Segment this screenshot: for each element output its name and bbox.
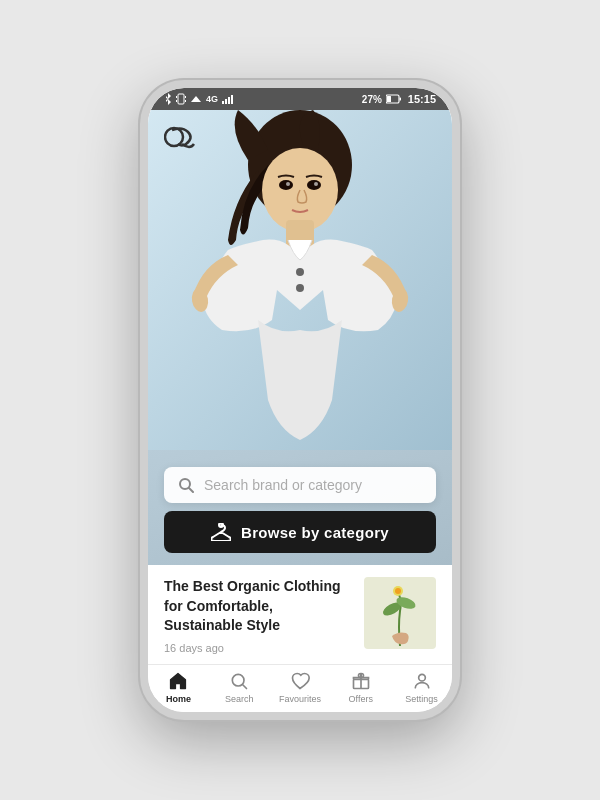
nav-item-offers[interactable]: Offers	[330, 671, 391, 704]
search-bar[interactable]: Search brand or category	[164, 467, 436, 503]
hanger-icon	[211, 523, 231, 541]
svg-rect-6	[222, 101, 224, 104]
svg-rect-9	[231, 95, 233, 104]
svg-point-20	[314, 182, 318, 186]
network-label: 4G	[206, 94, 218, 104]
nav-label-search: Search	[225, 694, 254, 704]
browse-button[interactable]: Browse by category	[164, 511, 436, 553]
news-image	[364, 577, 436, 649]
browse-label: Browse by category	[241, 524, 389, 541]
signal-icon	[190, 94, 202, 104]
svg-rect-0	[178, 94, 184, 104]
nav-label-offers: Offers	[349, 694, 373, 704]
phone-frame: 4G 27% 15:15	[140, 80, 460, 720]
news-text: The Best Organic Clothing for Comfortabl…	[164, 577, 352, 654]
heart-icon	[290, 671, 310, 691]
svg-rect-12	[399, 98, 401, 101]
search-icon	[178, 477, 194, 493]
status-right: 27% 15:15	[362, 93, 436, 105]
news-image-plant	[370, 581, 430, 646]
svg-marker-5	[191, 96, 201, 102]
screen: 4G 27% 15:15	[148, 88, 452, 712]
search-nav-icon	[229, 671, 249, 691]
person-icon	[412, 671, 432, 691]
nav-label-favourites: Favourites	[279, 694, 321, 704]
svg-point-21	[296, 268, 304, 276]
hero-section: Search brand or category Browse by categ…	[148, 110, 452, 565]
app-logo	[164, 122, 200, 158]
news-title: The Best Organic Clothing for Comfortabl…	[164, 577, 352, 636]
home-icon	[168, 671, 188, 691]
svg-rect-11	[387, 96, 391, 102]
bluetooth-icon	[164, 93, 172, 105]
nav-label-home: Home	[166, 694, 191, 704]
nav-item-home[interactable]: Home	[148, 671, 209, 704]
battery-percent: 27%	[362, 94, 382, 105]
svg-rect-1	[176, 96, 177, 98]
nav-item-settings[interactable]: Settings	[391, 671, 452, 704]
svg-point-19	[286, 182, 290, 186]
nav-item-search[interactable]: Search	[209, 671, 270, 704]
bottom-nav: Home Search Favourites	[148, 664, 452, 712]
svg-point-35	[418, 674, 425, 681]
svg-rect-8	[228, 97, 230, 104]
svg-point-32	[395, 588, 401, 594]
nav-item-favourites[interactable]: Favourites	[270, 671, 331, 704]
svg-rect-2	[176, 100, 177, 102]
svg-point-22	[296, 284, 304, 292]
svg-point-25	[165, 128, 183, 146]
search-placeholder: Search brand or category	[204, 477, 422, 493]
battery-icon	[386, 94, 402, 104]
gift-icon	[351, 671, 371, 691]
logo-icon	[164, 122, 200, 152]
time-display: 15:15	[408, 93, 436, 105]
signal-bars-icon	[222, 94, 234, 104]
vibrate-icon	[176, 93, 186, 105]
svg-point-17	[279, 180, 293, 190]
news-date: 16 days ago	[164, 642, 352, 654]
news-section: The Best Organic Clothing for Comfortabl…	[148, 565, 452, 664]
svg-rect-3	[185, 96, 186, 98]
status-left: 4G	[164, 93, 234, 105]
nav-label-settings: Settings	[405, 694, 438, 704]
svg-point-18	[307, 180, 321, 190]
svg-rect-7	[225, 99, 227, 104]
search-browse-overlay: Search brand or category Browse by categ…	[148, 457, 452, 565]
status-bar: 4G 27% 15:15	[148, 88, 452, 110]
svg-rect-4	[185, 100, 186, 102]
